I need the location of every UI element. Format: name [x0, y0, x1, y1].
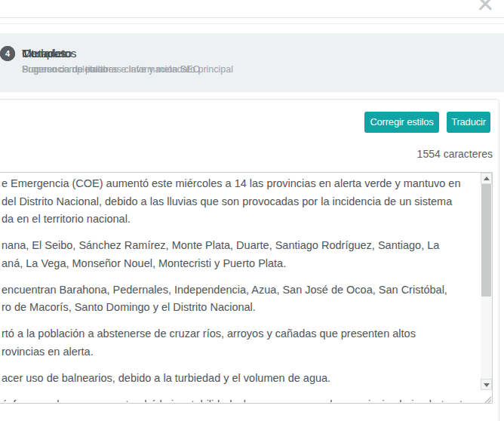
article-paragraph: rtó a la población a abstenerse de cruza… — [2, 325, 480, 361]
panel-top-border — [0, 23, 504, 24]
text-line: aná, La Vega, Monseñor Nouel, Montecrist… — [2, 255, 480, 273]
correct-styles-button[interactable]: Corregir estilos — [364, 112, 439, 133]
text-line: rovincias en alerta. — [2, 343, 480, 361]
scrollbar-up-button[interactable] — [481, 173, 492, 184]
scrollbar-down-button[interactable] — [481, 379, 492, 390]
scrollbar-track — [481, 173, 492, 390]
step-title: Completo — [22, 46, 108, 60]
close-icon[interactable]: ✕ — [476, 0, 495, 16]
article-paragraph: nana, El Seibo, Sánchez Ramírez, Monte P… — [2, 237, 480, 272]
article-paragraph: acer uso de balnearios, debido a la turb… — [2, 370, 480, 388]
text-line: encuentran Barahona, Pedernales, Indepen… — [2, 281, 480, 300]
character-count: 1554 caracteres — [417, 148, 493, 160]
text-line: da en el territorio nacional. — [2, 210, 480, 229]
translate-button[interactable]: Traducir — [447, 112, 490, 133]
arrow-up-icon — [484, 177, 490, 180]
text-line: rtó a la población a abstenerse de cruza… — [2, 325, 480, 343]
article-paragraph: ósfera, por lo que se mantendrá la inest… — [2, 396, 480, 403]
article-paragraph: encuentran Barahona, Pedernales, Indepen… — [2, 281, 480, 317]
step-subtitle: Proceso completado — [22, 63, 108, 76]
scrollbar-thumb[interactable] — [481, 184, 491, 297]
wizard-step-completo[interactable]: 4CompletoProceso completado — [0, 46, 108, 76]
text-line: nana, El Seibo, Sánchez Ramírez, Monte P… — [2, 237, 480, 255]
text-line: ro de Macorís, Santo Domingo y el Distri… — [2, 299, 480, 317]
text-line: del Distrito Nacional, debido a las lluv… — [2, 193, 480, 211]
text-line: ósfera, por lo que se mantendrá la inest… — [2, 396, 480, 403]
step-number-badge: 4 — [0, 46, 15, 61]
article-textarea[interactable]: e Emergencia (COE) aumentó este miércole… — [0, 172, 493, 404]
article-textarea-content: e Emergencia (COE) aumentó este miércole… — [2, 174, 480, 402]
header-divider — [0, 17, 504, 18]
text-line: e Emergencia (COE) aumentó este miércole… — [2, 175, 480, 193]
article-paragraph: e Emergencia (COE) aumentó este miércole… — [2, 175, 480, 229]
wizard-modal: ✕ 2MetadatosSugerencia de palabras clave… — [0, 0, 504, 421]
text-line: acer uso de balnearios, debido a la turb… — [2, 370, 480, 388]
arrow-down-icon — [484, 383, 490, 387]
resize-grip-icon[interactable] — [484, 393, 492, 407]
